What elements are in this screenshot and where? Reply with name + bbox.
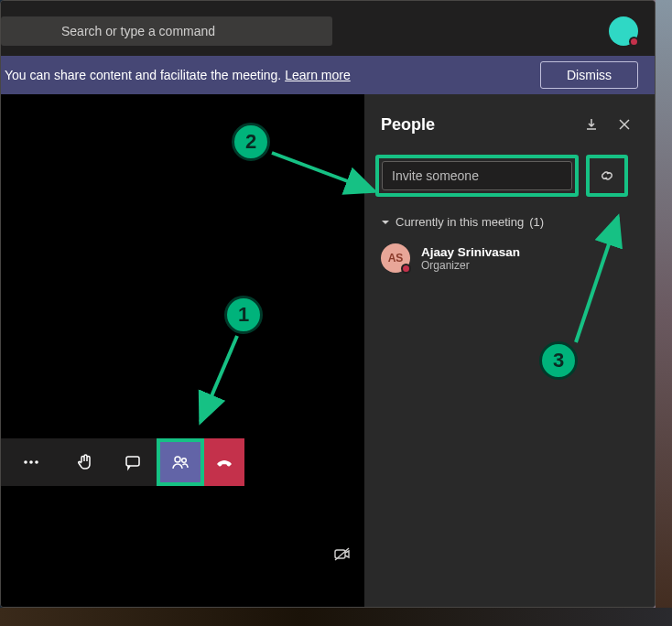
- people-panel-header: People: [364, 111, 655, 155]
- teams-app-window: Search or type a command You can share c…: [0, 0, 656, 608]
- camera-off-icon: [333, 546, 352, 563]
- svg-point-1: [29, 460, 33, 464]
- avatar-initials: AS: [388, 252, 404, 264]
- annotation-3: 3: [539, 341, 578, 380]
- svg-point-2: [35, 460, 38, 464]
- hangup-icon: [214, 452, 234, 472]
- invite-highlight: [375, 155, 579, 197]
- more-actions-button[interactable]: [1, 438, 61, 486]
- section-label: Currently in this meeting: [396, 215, 524, 229]
- currently-in-meeting-section[interactable]: Currently in this meeting (1): [364, 208, 655, 236]
- dismiss-button[interactable]: Dismiss: [540, 61, 638, 89]
- ellipsis-icon: [22, 453, 40, 471]
- camera-off-indicator: [333, 546, 352, 567]
- participant-role: Organizer: [421, 259, 520, 272]
- share-link-icon: [599, 167, 615, 184]
- svg-point-5: [182, 459, 187, 463]
- invite-row: [364, 155, 655, 208]
- svg-rect-6: [335, 550, 345, 558]
- avatar[interactable]: [609, 16, 638, 46]
- call-controls-bar: [1, 438, 244, 486]
- svg-point-4: [175, 457, 180, 462]
- svg-point-0: [24, 460, 27, 464]
- top-bar: Search or type a command: [1, 1, 655, 56]
- notice-message: You can share content and facilitate the…: [5, 68, 285, 82]
- section-count: (1): [529, 215, 544, 229]
- search-input[interactable]: Search or type a command: [1, 16, 332, 46]
- panel-title: People: [381, 115, 572, 135]
- presence-busy-icon: [401, 264, 411, 274]
- close-panel-button[interactable]: [611, 111, 638, 138]
- meeting-video-area: [1, 94, 364, 607]
- download-attendance-button[interactable]: [578, 111, 605, 138]
- raise-hand-button[interactable]: [61, 438, 109, 486]
- chat-icon: [124, 453, 142, 471]
- download-icon: [584, 117, 599, 132]
- search-placeholder: Search or type a command: [61, 24, 215, 38]
- invite-someone-input[interactable]: [382, 161, 572, 190]
- facilitator-notice-bar: You can share content and facilitate the…: [1, 56, 655, 94]
- people-icon: [171, 453, 190, 471]
- people-panel: People Curren: [364, 94, 655, 607]
- annotation-1: 1: [224, 296, 263, 334]
- presence-busy-icon: [629, 37, 639, 47]
- notice-text: You can share content and facilitate the…: [5, 68, 351, 82]
- copy-invite-link-button[interactable]: [592, 161, 622, 190]
- learn-more-link[interactable]: Learn more: [285, 68, 351, 82]
- annotation-2: 2: [232, 123, 270, 161]
- participant-avatar: AS: [381, 243, 410, 273]
- chevron-down-icon: [381, 218, 390, 227]
- hand-icon: [76, 453, 94, 471]
- svg-rect-3: [126, 457, 139, 466]
- close-icon: [618, 118, 631, 131]
- hang-up-button[interactable]: [204, 438, 244, 486]
- copy-link-highlight: [586, 155, 628, 197]
- participant-name: Ajaay Srinivasan: [421, 245, 520, 259]
- chat-button[interactable]: [109, 438, 157, 486]
- participants-button[interactable]: [157, 438, 204, 486]
- participant-item[interactable]: AS Ajaay Srinivasan Organizer: [364, 236, 655, 280]
